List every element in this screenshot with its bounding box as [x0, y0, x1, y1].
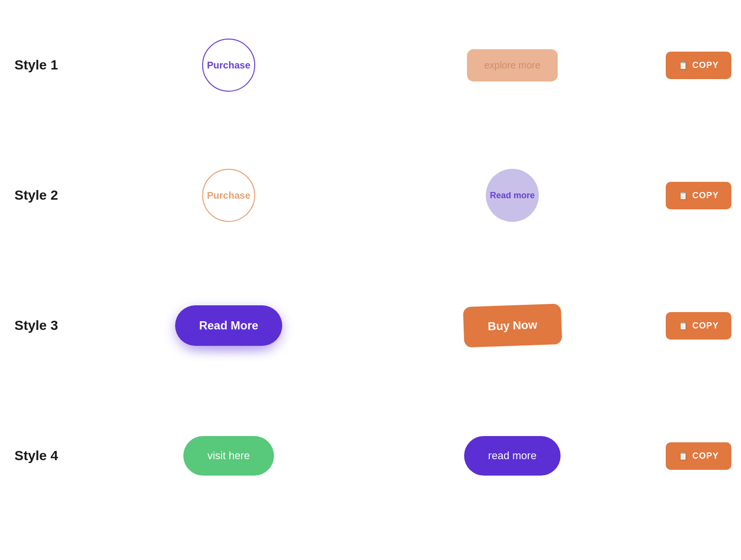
- style-row-1: Style 1 Purchase explore more 📋 COPY: [0, 0, 741, 130]
- btn-area-left-4: visit here: [87, 436, 370, 476]
- style4-readmore-button[interactable]: read more: [464, 436, 561, 476]
- copy-icon-4: 📋: [678, 451, 688, 461]
- copy-button-1[interactable]: 📋 COPY: [666, 52, 731, 79]
- copy-button-3[interactable]: 📋 COPY: [666, 312, 731, 340]
- btn-area-right-2: Read more: [370, 169, 654, 222]
- style2-purchase-button[interactable]: Purchase: [202, 169, 255, 222]
- copy-icon-1: 📋: [678, 61, 688, 70]
- btn-area-right-1: explore more: [370, 49, 654, 82]
- style1-explore-button[interactable]: explore more: [467, 49, 558, 82]
- copy-area-1: 📋 COPY: [654, 52, 741, 79]
- copy-button-2[interactable]: 📋 COPY: [666, 182, 731, 209]
- copy-button-4[interactable]: 📋 COPY: [666, 442, 731, 470]
- style-row-3: Style 3 Read More Buy Now 📋 COPY: [0, 260, 741, 391]
- style3-buynow-button[interactable]: Buy Now: [463, 303, 562, 347]
- copy-icon-3: 📋: [678, 321, 688, 330]
- btn-area-left-1: Purchase: [87, 39, 370, 92]
- page-container: Style 1 Purchase explore more 📋 COPY Sty…: [0, 0, 741, 560]
- style-label-3: Style 3: [0, 318, 87, 333]
- style-label-2: Style 2: [0, 188, 87, 203]
- copy-icon-2: 📋: [678, 191, 688, 200]
- copy-area-3: 📋 COPY: [654, 312, 741, 340]
- btn-area-right-3: Buy Now: [370, 305, 654, 346]
- style4-visithere-button[interactable]: visit here: [183, 436, 274, 476]
- copy-area-2: 📋 COPY: [654, 182, 741, 209]
- btn-area-left-3: Read More: [87, 305, 370, 346]
- style1-purchase-button[interactable]: Purchase: [202, 39, 255, 92]
- style3-readmore-button[interactable]: Read More: [175, 305, 283, 346]
- style-label-4: Style 4: [0, 448, 87, 464]
- style2-readmore-button[interactable]: Read more: [486, 169, 539, 222]
- btn-area-right-4: read more: [370, 436, 654, 476]
- style-row-4: Style 4 visit here read more 📋 COPY: [0, 391, 741, 521]
- style-row-2: Style 2 Purchase Read more 📋 COPY: [0, 130, 741, 260]
- copy-area-4: 📋 COPY: [654, 442, 741, 470]
- style-label-1: Style 1: [0, 57, 87, 73]
- btn-area-left-2: Purchase: [87, 169, 370, 222]
